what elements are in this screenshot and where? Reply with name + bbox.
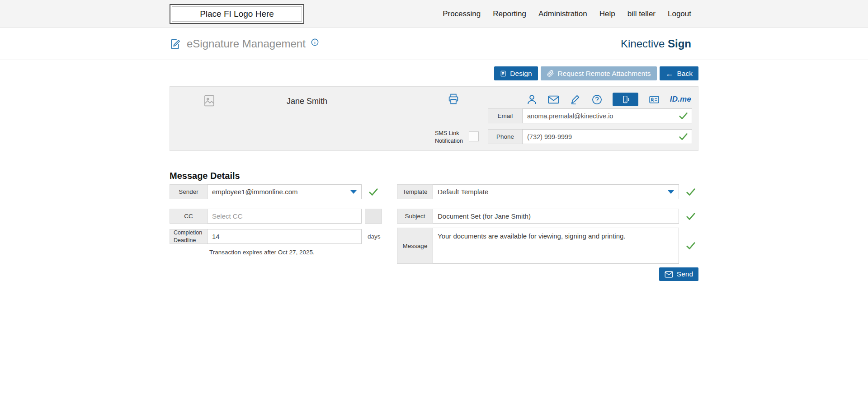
sms-delivery-icon-selected[interactable] (613, 93, 638, 106)
sender-select[interactable]: employee1@immonline.com (207, 184, 362, 199)
cc-label: CC (170, 209, 208, 224)
message-details-left-column: Sender employee1@immonline.com CC Comple… (170, 184, 382, 256)
brand-product: Sign (668, 37, 691, 50)
completion-deadline-label: Completion Deadline (170, 229, 208, 244)
sender-label: Sender (170, 184, 208, 199)
idme-logo[interactable]: ID.me (670, 95, 691, 104)
template-select[interactable]: Default Template (433, 184, 679, 199)
sender-value: employee1@immonline.com (212, 188, 297, 196)
message-textarea[interactable]: Your documents are available for viewing… (433, 228, 679, 264)
request-remote-attachments-button[interactable]: Request Remote Attachments (541, 66, 657, 80)
valid-check-icon (683, 209, 698, 224)
valid-check-icon (683, 184, 698, 199)
valid-check-icon (366, 184, 381, 199)
nav-processing[interactable]: Processing (443, 9, 481, 19)
paperclip-icon (547, 70, 554, 77)
valid-check-icon (683, 228, 698, 264)
subject-field (433, 209, 679, 224)
subject-input[interactable] (438, 212, 674, 220)
back-button[interactable]: ← Back (660, 66, 698, 80)
fi-logo-placeholder: Place FI Logo Here (170, 4, 304, 24)
cc-row: CC (170, 209, 382, 224)
completion-deadline-row: Completion Deadline days (170, 229, 382, 244)
recipient-name: Jane Smith (287, 97, 327, 106)
email-input[interactable] (527, 112, 679, 120)
template-label: Template (397, 184, 433, 199)
person-icon[interactable] (526, 94, 538, 106)
nav-help[interactable]: Help (599, 9, 615, 19)
valid-check-icon (679, 133, 688, 140)
deadline-field (207, 229, 362, 244)
print-icon[interactable] (447, 93, 460, 105)
sms-notification-checkbox[interactable] (469, 131, 479, 141)
subject-label: Subject (397, 209, 433, 224)
signature-pen-icon[interactable] (569, 94, 581, 106)
chevron-down-icon (668, 190, 674, 194)
chevron-down-icon (350, 190, 357, 194)
message-label: Message (397, 228, 433, 264)
nav-username[interactable]: bill teller (627, 9, 656, 19)
expiry-note: Transaction expires after Oct 27, 2025. (209, 249, 382, 256)
message-details-heading: Message Details (170, 171, 698, 181)
design-button[interactable]: Design (494, 66, 538, 80)
phone-input[interactable] (527, 133, 679, 140)
nav-logout[interactable]: Logout (668, 9, 691, 19)
document-edit-icon (170, 38, 182, 50)
phone-field (522, 129, 692, 144)
kinective-sign-logo: Kinective Sign (621, 37, 698, 50)
info-icon[interactable] (311, 38, 319, 47)
recipient-card: Jane Smith (170, 86, 698, 151)
email-label: Email (488, 108, 523, 123)
cc-input[interactable] (212, 212, 357, 220)
fi-logo-placeholder-text: Place FI Logo Here (200, 9, 274, 19)
email-delivery-icon[interactable] (547, 94, 560, 105)
image-placeholder-icon (203, 94, 216, 108)
deadline-input[interactable] (212, 233, 357, 240)
top-navigation-bar: Place FI Logo Here Processing Reporting … (0, 0, 868, 28)
brand-name: Kinective (621, 37, 665, 50)
phone-label: Phone (488, 129, 523, 144)
back-arrow-icon: ← (665, 70, 674, 78)
email-field (522, 108, 692, 123)
page-title: eSignature Management (187, 37, 306, 50)
main-nav: Processing Reporting Administration Help… (443, 9, 698, 19)
nav-administration[interactable]: Administration (538, 9, 587, 19)
phone-row: Phone (488, 129, 692, 144)
page-header: eSignature Management Kinective Sign (0, 28, 868, 60)
photo-id-icon[interactable] (648, 94, 660, 105)
delivery-method-icons: ID.me (526, 93, 691, 106)
document-icon (500, 70, 506, 77)
send-envelope-icon (665, 271, 673, 278)
sms-link-notification-label: SMS Link Notification (435, 130, 467, 145)
message-row: Message Your documents are available for… (397, 228, 698, 264)
security-question-icon[interactable] (591, 94, 603, 106)
message-details-right-column: Template Default Template Subject (397, 184, 698, 281)
subject-row: Subject (397, 209, 698, 224)
template-value: Default Template (438, 188, 488, 196)
cc-field (207, 209, 362, 224)
template-row: Template Default Template (397, 184, 698, 199)
email-row: Email (488, 108, 692, 123)
cc-check-placeholder (365, 209, 382, 224)
send-row: Send (397, 267, 698, 281)
sender-row: Sender employee1@immonline.com (170, 184, 382, 199)
action-toolbar: Design Request Remote Attachments ← Back (170, 66, 698, 80)
send-button[interactable]: Send (659, 267, 698, 281)
nav-reporting[interactable]: Reporting (493, 9, 526, 19)
valid-check-icon (679, 112, 688, 120)
deadline-units-label: days (368, 233, 381, 240)
